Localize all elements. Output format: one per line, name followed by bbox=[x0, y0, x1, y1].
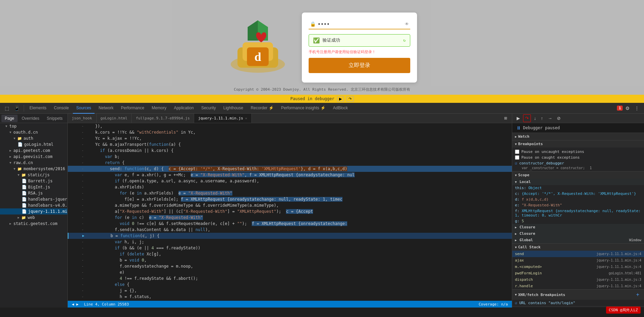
tree-item-rsa[interactable]: 📄 RSA.js bbox=[0, 190, 67, 196]
subtab-page[interactable]: Page bbox=[1, 115, 18, 122]
tree-item-goLogin[interactable]: 📄 goLogin.html bbox=[0, 141, 67, 148]
tree-item-api-geevisit[interactable]: ▶ api.geevisit.com bbox=[0, 154, 67, 160]
breakpoint-name: constructor_debugger bbox=[519, 161, 564, 165]
tree-arrow: ▼ bbox=[9, 161, 11, 164]
customize-button[interactable]: ⋮ bbox=[632, 104, 641, 112]
tree-item-membersystem[interactable]: ▼ 📁 membersystem/2016 bbox=[0, 166, 67, 172]
tab-lighthouse[interactable]: Lighthouse bbox=[220, 103, 247, 114]
closure-scope-header-2[interactable]: ▶ Closure bbox=[512, 230, 644, 237]
resume-button[interactable]: ▶ bbox=[337, 96, 344, 102]
call-stack-ajax[interactable]: ajax jquery-1.11.1.min.js:4 bbox=[512, 257, 644, 264]
tree-item-barrett[interactable]: 📄 Barrett.js bbox=[0, 178, 67, 184]
tree-item-jquery-min[interactable]: 📄 jquery-1.11.1.min.js bbox=[0, 208, 67, 214]
eye-icon[interactable]: 👁 bbox=[405, 22, 409, 26]
scope-g[interactable]: g: 5 bbox=[512, 218, 644, 224]
js-file-icon: 📄 bbox=[22, 203, 27, 208]
password-input[interactable] bbox=[318, 21, 402, 27]
tree-label-oauth: oauth.d.cn bbox=[13, 130, 38, 135]
tree-item-auth[interactable]: ▼ 📁 auth bbox=[0, 135, 67, 141]
scope-f[interactable]: f: XMLHttpRequest {onreadystatechange: n… bbox=[512, 208, 644, 218]
closure-arrow-2: ▶ bbox=[515, 232, 517, 235]
tree-arrow: ▼ bbox=[14, 137, 15, 140]
tree-arrow: ▶ bbox=[18, 216, 19, 219]
settings-button[interactable]: ⚙ bbox=[623, 104, 632, 112]
split-editor-button[interactable]: ⊞ bbox=[502, 115, 509, 122]
refresh-icon[interactable]: ↻ bbox=[403, 38, 406, 43]
login-button[interactable]: 立即登录 bbox=[309, 58, 410, 73]
tab-sources[interactable]: Sources bbox=[73, 103, 95, 114]
call-fn-send: send bbox=[515, 252, 524, 256]
scope-arrow: ▼ bbox=[515, 174, 517, 177]
tab-recorder[interactable]: Recorder ⚡ bbox=[247, 103, 277, 114]
device-toolbar-button[interactable]: 📱 bbox=[12, 104, 22, 112]
call-stack-computed[interactable]: m.<computed> jquery-1.11.1.min.js:4 bbox=[512, 264, 644, 270]
debugger-panel: ▶ ↷ ↓ ↑ → ⊘ ⏸ Debugger paused ▶ Watch ▼ … bbox=[512, 114, 644, 308]
pause-uncaught-row: Pause on uncaught exceptions bbox=[515, 149, 641, 155]
local-scope-header[interactable]: ▼ Local bbox=[512, 179, 644, 185]
tree-item-handlebars-jquery[interactable]: 📄 handlebars-jquery.js bbox=[0, 196, 67, 202]
call-stack-dispatch[interactable]: dispatch jquery-1.11.1.min.js:3 bbox=[512, 276, 644, 283]
tree-item-static-geetest[interactable]: ▶ static.geetest.com bbox=[0, 221, 67, 227]
tab-performance[interactable]: Performance bbox=[118, 103, 148, 114]
step-over-button[interactable]: ↷ bbox=[347, 96, 354, 102]
tree-item-web[interactable]: ▶ 📁 web bbox=[0, 214, 67, 221]
tree-label-web: web bbox=[27, 215, 35, 220]
step-button[interactable]: → bbox=[546, 115, 554, 122]
tree-item-bigint[interactable]: 📄 BigInt.js bbox=[0, 184, 67, 190]
deactivate-breakpoints-button[interactable]: ⊘ bbox=[555, 115, 562, 122]
call-fn-computed: m.<computed> bbox=[515, 265, 542, 269]
call-stack-header[interactable]: ▼ Call Stack bbox=[512, 244, 644, 251]
tree-item-handlebars-v4[interactable]: 📄 handlebars-v4.0.5.js bbox=[0, 202, 67, 208]
scope-c[interactable]: c: {Accept: '*/*', X-Requested-With: 'XM… bbox=[512, 191, 644, 197]
xhr-section-header[interactable]: ▼ XHR/fetch Breakpoints + bbox=[512, 290, 644, 300]
tab-adblock[interactable]: AdBlock bbox=[330, 103, 351, 114]
global-scope-header[interactable]: ▶ Global Window bbox=[512, 237, 644, 243]
editor-tab-json-hook[interactable]: json_hook bbox=[68, 114, 97, 123]
tab-elements[interactable]: Elements bbox=[26, 103, 50, 114]
tab-close-jquery[interactable]: ✕ bbox=[245, 116, 247, 120]
call-fn-ajax: ajax bbox=[515, 258, 524, 263]
tree-label-membersystem: membersystem/2016 bbox=[23, 166, 65, 171]
scope-d[interactable]: d: f x(d,b,c,d) bbox=[512, 197, 644, 202]
inspect-element-button[interactable]: ⬚ bbox=[3, 104, 11, 112]
tab-console[interactable]: Console bbox=[50, 103, 72, 114]
breakpoint-line: 1 bbox=[590, 166, 592, 170]
tree-item-api-geetest[interactable]: ▶ api.geetest.com bbox=[0, 148, 67, 154]
call-stack-rhandle[interactable]: r.handle jquery-1.11.1.min.js:4 bbox=[512, 283, 644, 289]
tree-item-raw-dcn[interactable]: ▼ raw.d.cn bbox=[0, 160, 67, 166]
closure-scope-header-1[interactable]: ▶ Closure bbox=[512, 224, 644, 230]
breakpoints-section-header[interactable]: ▼ Breakpoints bbox=[512, 140, 644, 148]
tree-item-static-js[interactable]: ▼ 📁 static/js bbox=[0, 172, 67, 178]
tab-network[interactable]: Network bbox=[95, 103, 117, 114]
tree-arrow: ▶ bbox=[9, 149, 11, 152]
step-over-debugger-button[interactable]: ↷ bbox=[523, 114, 531, 122]
tree-arrow: ▶ bbox=[9, 222, 11, 225]
tab-security[interactable]: Security bbox=[198, 103, 219, 114]
call-file-ajax: jquery-1.11.1.min.js:4 bbox=[597, 258, 641, 262]
code-editor-content[interactable]: - }), - k.cors = !!Yc && "withCredential… bbox=[68, 123, 512, 301]
step-into-button[interactable]: ↓ bbox=[532, 115, 538, 122]
tab-memory[interactable]: Memory bbox=[148, 103, 170, 114]
editor-tab-goLogin[interactable]: goLogin.html bbox=[97, 114, 132, 123]
scope-e[interactable]: e: "X-Requested-With" bbox=[512, 202, 644, 208]
pause-uncaught-checkbox[interactable] bbox=[515, 150, 519, 154]
js-file-icon: 📄 bbox=[22, 197, 27, 202]
call-stack-pwdFormLogin[interactable]: pwdFormLogin goLogin.html:481 bbox=[512, 270, 644, 276]
pause-caught-checkbox[interactable] bbox=[515, 155, 519, 160]
add-xhr-breakpoint-button[interactable]: + bbox=[634, 291, 641, 298]
subtab-snippets[interactable]: Snippets bbox=[43, 115, 66, 122]
tree-item-oauth[interactable]: ▼ oauth.d.cn bbox=[0, 129, 67, 135]
editor-tab-fullpage[interactable]: fullpage.9.1.7-e899b4.js bbox=[132, 114, 194, 123]
scope-section-header[interactable]: ▼ Scope bbox=[512, 172, 644, 179]
scope-this[interactable]: this: Object bbox=[512, 185, 644, 191]
call-stack-send[interactable]: send jquery-1.11.1.min.js:4 bbox=[512, 251, 644, 257]
tab-application[interactable]: Application bbox=[170, 103, 197, 114]
tab-performance-insights[interactable]: Performance insights ⚡ bbox=[278, 103, 329, 114]
tree-item-top[interactable]: ▼ top bbox=[0, 123, 67, 129]
subtab-overrides[interactable]: Overrides bbox=[18, 115, 43, 122]
resume-execution-button[interactable]: ▶ bbox=[515, 115, 522, 122]
step-out-button[interactable]: ↑ bbox=[539, 115, 545, 122]
watch-section-header[interactable]: ▶ Watch bbox=[512, 133, 644, 140]
editor-tab-jquery[interactable]: jquery-1.11.1.min.js ✕ bbox=[194, 114, 251, 123]
breakpoints-content: Pause on uncaught exceptions Pause on ca… bbox=[512, 148, 644, 171]
